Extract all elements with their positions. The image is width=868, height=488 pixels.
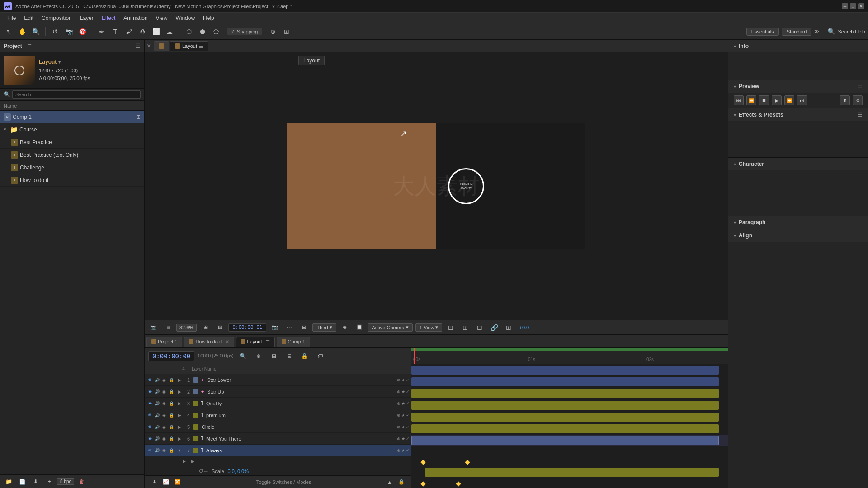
l4-sw3[interactable]: ✓ [406,413,410,418]
l2-sw1[interactable]: ⊕ [397,389,401,394]
l5-sw1[interactable]: ⊕ [397,425,401,429]
timecode-display[interactable]: 0:00:00:01 [228,323,266,332]
new-folder-btn[interactable]: 📁 [3,476,14,488]
view-count-select[interactable]: 1 View ▾ [415,323,443,332]
close-button[interactable]: ✕ [858,3,864,9]
preview-prev-btn[interactable]: ⏪ [746,95,756,105]
layer-1-expand[interactable]: ▶ [176,377,183,383]
l7-sw3[interactable]: ✓ [406,448,410,453]
new-item-btn[interactable]: + [43,476,55,488]
layer-row-6[interactable]: 👁 🔊 ◉ 🔒 ▶ 6 T Meet You There [145,433,411,445]
tl-lock-btn[interactable]: 🔒 [299,350,311,362]
l1-sw2[interactable]: ★ [401,378,405,382]
sub-expand-icon2[interactable]: ▶ [191,459,194,464]
layer-6-expand[interactable]: ▶ [176,436,183,442]
align-tool[interactable]: ⬡ [183,26,195,38]
viewer-grid-btn[interactable]: ⊟ [298,322,310,333]
tl-bottom-up[interactable]: ▲ [384,476,396,488]
tl-bottom-add[interactable]: ⬇ [148,476,160,488]
rotate-tool[interactable]: ↺ [49,26,61,38]
viewer-snap-btn[interactable]: 🔗 [488,322,500,333]
viewer-mask-btn[interactable]: ⊕ [339,322,351,333]
layer-row-7[interactable]: 👁 🔊 ◉ 🔒 ▼ 7 T Always [145,445,411,456]
mask-tool[interactable]: ⬠ [210,26,222,38]
layer-6-solo[interactable]: ◉ [161,436,167,442]
sub-expand-icon[interactable]: ▶ [183,459,186,464]
layer-1-lock2[interactable]: 🔒 [168,377,175,383]
layer-6-eye[interactable]: 👁 [146,436,153,442]
preview-first-btn[interactable]: ⏮ [734,95,744,105]
tl-timecode[interactable]: 0:00:00:00 [148,351,194,361]
viewer-render-btn[interactable]: ⊡ [445,322,457,333]
layer-4-lock2[interactable]: 🔒 [168,412,175,418]
prop-btn-2[interactable]: ⊞ [281,26,292,38]
l5-sw2[interactable]: ★ [401,425,405,429]
viewer-fit-btn[interactable]: ⊞ [199,322,211,333]
expand-icon[interactable]: ≫ [814,28,820,34]
tl-tab-project1[interactable]: Project 1 [146,337,182,347]
info-header[interactable]: ▾ Info [728,40,868,52]
import-btn[interactable]: ⬇ [30,476,42,488]
search-help-label[interactable]: Search Help [838,29,865,34]
viewer-expand-btn[interactable]: ⊞ [459,322,471,333]
viewer-more-btn[interactable]: ⊞ [503,322,514,333]
menu-animation[interactable]: Animation [120,14,151,22]
toggle-switches-label[interactable]: Toggle Switches / Modes [184,479,384,485]
close-panel-btn[interactable]: ✕ [146,43,151,49]
menu-edit[interactable]: Edit [20,14,37,22]
window-controls[interactable]: ─ □ ✕ [842,3,864,9]
l6-sw1[interactable]: ⊕ [397,436,401,441]
layer-1-solo[interactable]: ◉ [161,377,167,383]
scale-value[interactable]: 0.0, 0.0% [228,469,249,474]
view-mode-select[interactable]: Third ▾ [312,323,336,332]
layer-6-lock2[interactable]: 🔒 [168,436,175,442]
camera-select[interactable]: Active Camera ▾ [368,323,413,332]
l2-sw3[interactable]: ✓ [406,389,410,394]
new-comp-btn[interactable]: 📄 [16,476,28,488]
preview-stop-btn[interactable]: ⏹ [759,95,769,105]
brush-tool[interactable]: 🖌 [123,26,135,38]
layer-7-sub-expand[interactable]: ▶ ▶ [145,456,411,466]
pan-tool[interactable]: 🎯 [76,26,88,38]
tl-search-btn[interactable]: 🔍 [237,350,249,362]
viewer-snapshot-btn[interactable]: 📷 [147,322,159,333]
l6-sw3[interactable]: ✓ [406,436,410,441]
layer-5-lock2[interactable]: 🔒 [168,424,175,430]
tl-tab-layout-menu[interactable]: ☰ [266,339,270,344]
viewer-layout-btn[interactable]: ⊟ [474,322,486,333]
viewer-screen-btn[interactable]: 🖥 [162,322,174,333]
layer-7-expand[interactable]: ▼ [176,447,183,454]
preview-play-btn[interactable]: ▶ [772,95,782,105]
layer-row-4[interactable]: 👁 🔊 ◉ 🔒 ▶ 4 T premium [145,409,411,421]
layer-3-lock2[interactable]: 🔒 [168,400,175,407]
tl-bottom-mode[interactable]: 🔀 [172,476,184,488]
layer-2-expand[interactable]: ▶ [176,389,183,395]
tree-item-best-practice-text[interactable]: I Best Practice (text Only) [0,149,144,161]
layer-1-lock[interactable]: 🔊 [154,377,160,383]
preview-menu[interactable]: ☰ [858,83,863,89]
l3-sw1[interactable]: ⊕ [397,401,401,406]
tl-bottom-graph[interactable]: 📈 [160,476,172,488]
l2-sw2[interactable]: ★ [401,389,405,394]
align-header[interactable]: ▾ Align [728,229,868,242]
layer-7-lock[interactable]: 🔊 [154,447,160,454]
viewer-motion-btn[interactable]: 〰 [283,322,295,333]
menu-help[interactable]: Help [199,14,218,22]
delete-btn[interactable]: 🗑 [76,476,88,488]
layer-4-eye[interactable]: 👁 [146,412,153,418]
tree-item-challenge[interactable]: I Challenge [0,161,144,174]
l6-sw2[interactable]: ★ [401,436,405,441]
essentials-button[interactable]: Essentials [746,28,779,36]
tl-tab-howto[interactable]: How to do it ✕ [184,337,234,347]
minimize-button[interactable]: ─ [842,3,848,9]
layer-7-eye[interactable]: 👁 [146,447,153,454]
comp1-icon-right[interactable]: ⊞ [136,114,141,120]
scale-stopwatch[interactable]: ⏱ [199,469,203,474]
tl-hide-btn[interactable]: ⊟ [283,350,295,362]
puppet-tool[interactable]: ☁ [164,26,175,38]
layer-6-lock[interactable]: 🔊 [154,436,160,442]
layer-5-solo[interactable]: ◉ [161,424,167,430]
tree-item-course[interactable]: ▾ 📁 Course [0,123,144,136]
project-panel-menu[interactable]: ☰ [136,43,141,49]
viewer-region-btn[interactable]: ⊠ [214,322,226,333]
